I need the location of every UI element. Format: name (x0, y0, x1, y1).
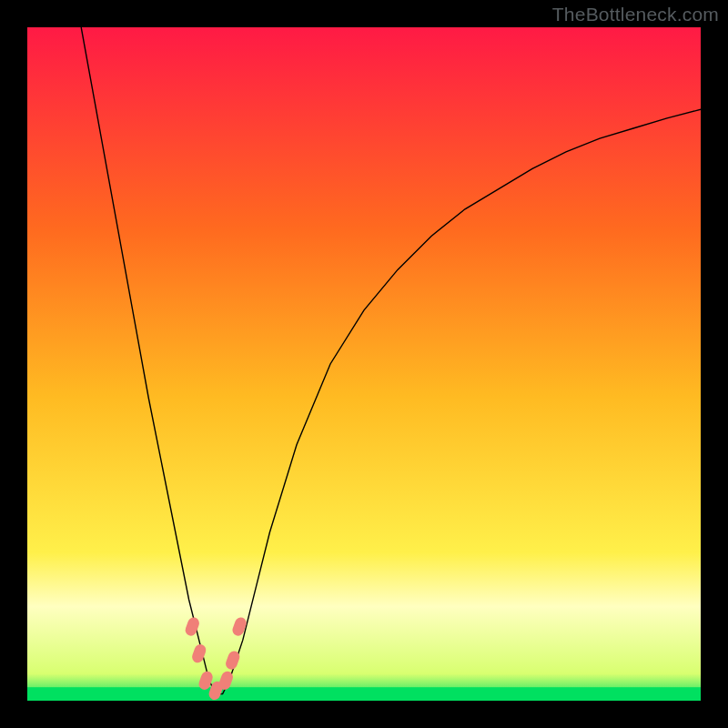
bottleneck-chart (27, 27, 701, 701)
gradient-background (27, 27, 701, 701)
good-zone-band (27, 687, 701, 701)
plot-area (27, 27, 701, 701)
app-frame: TheBottleneck.com (0, 0, 728, 728)
watermark-text: TheBottleneck.com (552, 4, 719, 25)
